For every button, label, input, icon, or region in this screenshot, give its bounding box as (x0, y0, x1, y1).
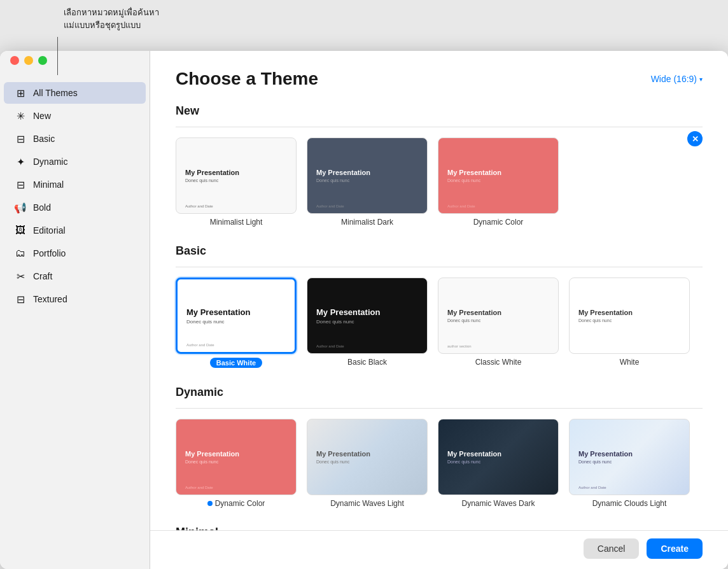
sidebar: ⊞ All Themes ✳ New ⊟ Basic ✦ Dynamic ⊟ M… (0, 51, 150, 569)
theme-selected-badge: Basic White (210, 358, 262, 368)
theme-card-basic-white[interactable]: My Presentation Donec quis nunc Author a… (176, 277, 297, 368)
slide-author: Author and Date (316, 204, 344, 208)
theme-card-dynamic-color-new[interactable]: My Presentation Donec quis nunc Author a… (438, 137, 559, 227)
slide-subtitle: Donec quis nunc (316, 178, 418, 183)
basic-theme-grid: My Presentation Donec quis nunc Author a… (176, 277, 703, 368)
fullscreen-button[interactable] (38, 56, 47, 65)
sidebar-label-all-themes: All Themes (33, 88, 78, 98)
theme-card-dynamic-clouds-light[interactable]: My Presentation Donec quis nunc Author a… (569, 419, 690, 508)
theme-card-basic-black[interactable]: My Presentation Donec quis nunc Author a… (307, 277, 428, 368)
theme-thumb-basic-black: My Presentation Donec quis nunc Author a… (307, 277, 428, 354)
slide-author: Author and Date (316, 344, 344, 348)
sidebar-item-minimal[interactable]: ⊟ Minimal (4, 174, 146, 195)
main-window: ⊞ All Themes ✳ New ⊟ Basic ✦ Dynamic ⊟ M… (0, 51, 728, 569)
minimize-button[interactable] (24, 56, 33, 65)
new-section-title: New (176, 104, 703, 118)
minimal-section-title: Minimal (176, 526, 703, 530)
main-content: Choose a Theme Wide (16:9) ▾ New ✕ (150, 51, 728, 569)
craft-icon: ✂ (14, 270, 27, 283)
theme-label-minimalist-light: Minimalist Light (210, 218, 263, 227)
tooltip-line2: แม่แบบหรือชุดรูปแบบ (64, 20, 141, 30)
slide-subtitle: Donec quis nunc (447, 178, 549, 183)
slide-title: My Presentation (578, 309, 680, 316)
theme-scroll-area[interactable]: New ✕ My Presentation Donec quis nunc Au… (150, 99, 728, 530)
sidebar-item-editorial[interactable]: 🖼 Editorial (4, 220, 146, 241)
dynamic-theme-grid: My Presentation Donec quis nunc Author a… (176, 419, 703, 508)
sidebar-label-editorial: Editorial (33, 225, 66, 235)
slide-subtitle: Donec quis nunc (316, 319, 418, 325)
theme-label-dynamic-clouds-light: Dynamic Clouds Light (592, 499, 667, 508)
theme-label-dynamic-waves-light: Dynamic Waves Light (330, 499, 404, 508)
dynamic-section: Dynamic My Presentation Donec quis nunc … (176, 386, 703, 508)
slide-author: Author and Date (185, 486, 213, 489)
dynamic-section-title: Dynamic (176, 386, 703, 399)
slide-title: My Presentation (316, 307, 418, 317)
slide-title: My Presentation (578, 450, 680, 458)
slide-subtitle: Donec quis nunc (447, 460, 549, 464)
slide-subtitle: Donec quis nunc (316, 460, 418, 464)
theme-card-minimalist-dark[interactable]: My Presentation Donec quis nunc Author a… (307, 137, 428, 227)
minimal-icon: ⊟ (14, 178, 27, 191)
aspect-ratio-selector[interactable]: Wide (16:9) ▾ (651, 74, 703, 84)
close-button[interactable] (10, 56, 19, 65)
sidebar-item-portfolio[interactable]: 🗂 Portfolio (4, 242, 146, 264)
slide-author: Author and Date (578, 486, 606, 489)
chevron-down-icon: ▾ (699, 76, 703, 83)
slide-title: My Presentation (447, 169, 549, 176)
sidebar-label-bold: Bold (33, 202, 51, 213)
slide-subtitle: Donec quis nunc (186, 319, 286, 325)
editorial-icon: 🖼 (14, 224, 27, 237)
theme-thumb-basic-white: My Presentation Donec quis nunc Author a… (176, 277, 297, 354)
sidebar-item-all-themes[interactable]: ⊞ All Themes (4, 82, 146, 104)
sidebar-item-bold[interactable]: 📢 Bold (4, 197, 146, 218)
dismiss-new-button[interactable]: ✕ (687, 131, 703, 146)
theme-card-dynamic-color[interactable]: My Presentation Donec quis nunc Author a… (176, 419, 297, 508)
tooltip: เลือกหาหมวดหมู่เพื่อค้นหา แม่แบบหรือชุดร… (64, 6, 159, 31)
sidebar-label-textured: Textured (33, 294, 67, 304)
slide-author: author section (447, 344, 472, 348)
tooltip-pointer (57, 37, 58, 75)
slide-subtitle: Donec quis nunc (578, 318, 680, 323)
theme-thumb-classic-white: My Presentation Donec quis nunc author s… (438, 277, 559, 354)
cancel-button[interactable]: Cancel (584, 538, 640, 559)
theme-label-classic-white: Classic White (475, 358, 522, 367)
all-themes-icon: ⊞ (14, 87, 27, 99)
new-section: New ✕ My Presentation Donec quis nunc Au… (176, 104, 703, 227)
theme-card-minimalist-light[interactable]: My Presentation Donec quis nunc Author a… (176, 137, 297, 227)
theme-thumb-dynamic-color: My Presentation Donec quis nunc Author a… (176, 419, 297, 495)
slide-title: My Presentation (185, 450, 287, 458)
basic-section-title: Basic (176, 244, 703, 258)
dynamic-icon: ✦ (14, 155, 27, 168)
dynamic-section-divider (176, 408, 703, 409)
slide-title: My Presentation (186, 307, 286, 317)
sidebar-label-portfolio: Portfolio (33, 248, 66, 258)
theme-thumb-white: My Presentation Donec quis nunc (569, 277, 690, 354)
slide-subtitle: Donec quis nunc (185, 460, 287, 464)
theme-card-dynamic-waves-dark[interactable]: My Presentation Donec quis nunc Dynamic … (438, 419, 559, 508)
theme-thumb-dynamic-waves-dark: My Presentation Donec quis nunc (438, 419, 559, 495)
theme-card-white[interactable]: My Presentation Donec quis nunc White (569, 277, 690, 368)
aspect-label: Wide (16:9) (651, 74, 697, 84)
basic-section: Basic My Presentation Donec quis nunc Au… (176, 244, 703, 368)
slide-title: My Presentation (185, 169, 287, 176)
sidebar-label-new: New (33, 111, 51, 121)
sidebar-item-craft[interactable]: ✂ Craft (4, 265, 146, 287)
sidebar-item-new[interactable]: ✳ New (4, 105, 146, 127)
tooltip-line1: เลือกหาหมวดหมู่เพื่อค้นหา (64, 8, 159, 17)
minimal-section: Minimal (176, 526, 703, 530)
sidebar-label-basic: Basic (33, 134, 55, 144)
sidebar-label-minimal: Minimal (33, 179, 64, 190)
sidebar-item-textured[interactable]: ⊟ Textured (4, 288, 146, 310)
sidebar-item-basic[interactable]: ⊟ Basic (4, 128, 146, 150)
new-icon: ✳ (14, 109, 27, 122)
slide-subtitle: Donec quis nunc (185, 178, 287, 183)
theme-label-dynamic-color: Dynamic Color (215, 499, 265, 508)
basic-section-divider (176, 267, 703, 267)
theme-label-dynamic-color-new: Dynamic Color (473, 218, 524, 227)
slide-title: My Presentation (447, 450, 549, 458)
basic-icon: ⊟ (14, 132, 27, 145)
theme-card-dynamic-waves-light[interactable]: My Presentation Donec quis nunc Dynamic … (307, 419, 428, 508)
sidebar-item-dynamic[interactable]: ✦ Dynamic (4, 151, 146, 172)
create-button[interactable]: Create (647, 538, 703, 559)
theme-card-classic-white[interactable]: My Presentation Donec quis nunc author s… (438, 277, 559, 368)
